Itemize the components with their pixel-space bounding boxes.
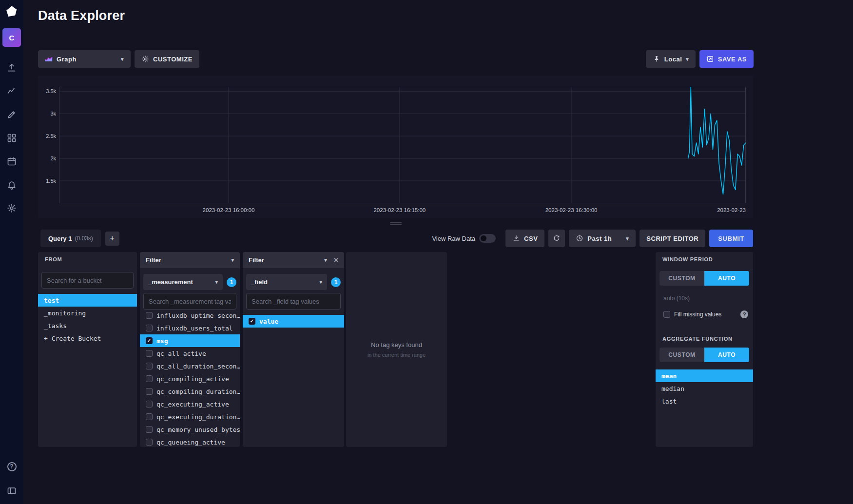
measurement-list-item[interactable]: qc_compiling_duration… [140, 385, 240, 398]
question-icon: ? [7, 462, 17, 471]
field-list-item[interactable]: ✓value [243, 315, 344, 328]
nav-data-explorer[interactable] [6, 87, 17, 97]
csv-button[interactable]: CSV [505, 230, 544, 247]
measurement-list-item[interactable]: qc_all_duration_secon… [140, 360, 240, 372]
refresh-button[interactable] [548, 230, 565, 247]
export-icon [706, 55, 714, 63]
checkbox[interactable] [146, 439, 153, 446]
measurement-list-item-label: influxdb_users_total [156, 325, 233, 332]
nav-notebooks[interactable] [6, 110, 17, 121]
chart-panel: 3.5k3k2.5k2k1.5k 2023-02-23 16:00:002023… [38, 76, 753, 218]
field-key-dropdown[interactable]: _field ▾ [246, 274, 327, 290]
filter-type-dropdown[interactable]: Filter ▾ [140, 252, 240, 268]
help-button[interactable]: ? [6, 461, 17, 472]
bucket-list-item[interactable]: test [38, 294, 137, 307]
chevron-down-icon: ▾ [626, 235, 629, 242]
nav-load-data[interactable] [6, 63, 17, 74]
measurement-list-item[interactable]: qc_memory_unused_bytes [140, 423, 240, 436]
measurement-list-item[interactable]: qc_compiling_active [140, 372, 240, 385]
add-query-button[interactable]: + [105, 232, 119, 246]
checkbox[interactable] [146, 401, 153, 407]
y-axis-tick: 1.5k [38, 178, 56, 184]
custom-tab[interactable]: CUSTOM [659, 271, 704, 286]
measurement-list-item[interactable]: qc_executing_duration… [140, 410, 240, 423]
checkbox[interactable] [146, 388, 153, 395]
checkbox[interactable]: ✓ [249, 318, 255, 325]
nav-dashboards[interactable] [6, 134, 17, 144]
chevron-down-icon: ▾ [231, 257, 234, 263]
time-range-dropdown[interactable]: Past 1h ▾ [569, 230, 636, 247]
time-series-chart[interactable] [59, 87, 746, 203]
measurement-search-input[interactable] [143, 293, 236, 310]
save-as-button[interactable]: SAVE AS [699, 50, 754, 68]
checkbox[interactable] [146, 363, 153, 369]
measurement-list-item-label: influxdb_uptime_secon… [156, 312, 240, 319]
field-search-input[interactable] [246, 293, 341, 310]
customize-button[interactable]: CUSTOMIZE [135, 50, 199, 68]
bucket-search-input[interactable] [41, 272, 134, 289]
local-dropdown[interactable]: Local ▾ [646, 50, 696, 68]
aggregate-function-item[interactable]: median [656, 382, 753, 395]
close-icon[interactable]: × [334, 256, 338, 264]
x-axis-tick: 2023-02-23 16:30:00 [545, 207, 598, 213]
nav-toggle-button[interactable] [6, 486, 17, 497]
checkbox[interactable] [146, 426, 153, 433]
y-axis-tick: 3.5k [38, 88, 56, 94]
bucket-list-item-label: test [44, 297, 59, 304]
help-icon[interactable]: ? [740, 310, 748, 318]
checkbox[interactable] [146, 325, 153, 331]
view-raw-data-toggle[interactable] [479, 234, 496, 243]
measurement-list-item[interactable]: ✓msg [140, 334, 240, 347]
nav-settings[interactable] [6, 204, 17, 214]
view-type-dropdown[interactable]: Graph ▾ [38, 50, 131, 68]
aggregate-function-item[interactable]: mean [656, 369, 753, 382]
influxdb-logo-icon[interactable] [5, 5, 19, 19]
measurement-list-item[interactable]: qc_all_active [140, 347, 240, 360]
filter-label: Filter [249, 256, 264, 264]
measurement-list-item-label: qc_executing_active [156, 401, 229, 408]
resize-handle[interactable] [390, 222, 402, 227]
org-avatar[interactable]: C [2, 28, 21, 47]
x-axis-tick: 2023-02-23 [717, 207, 746, 213]
measurement-list-item[interactable]: influxdb_uptime_secon… [140, 312, 240, 322]
nav-tasks[interactable] [6, 157, 17, 168]
download-icon [512, 234, 520, 242]
checkbox[interactable] [146, 350, 153, 357]
aggregate-function-item[interactable]: last [656, 395, 753, 407]
script-editor-button[interactable]: SCRIPT EDITOR [640, 230, 705, 247]
measurement-list-item-label: qc_compiling_duration… [156, 388, 240, 395]
measurement-list-item-label: qc_executing_duration… [156, 413, 240, 421]
bucket-list-item[interactable]: _tasks [38, 319, 137, 332]
query-tab[interactable]: Query 1 (0.03s) [40, 230, 101, 247]
tag-keys-panel: No tag keys found in the current time ra… [346, 252, 447, 447]
y-axis-tick: 2k [38, 155, 56, 161]
measurement-list-item[interactable]: influxdb_users_total [140, 322, 240, 334]
sidebar: C ? [0, 0, 23, 504]
auto-tab[interactable]: AUTO [704, 348, 749, 362]
y-axis-tick: 3k [38, 111, 56, 116]
fill-missing-checkbox[interactable] [663, 311, 670, 318]
custom-tab[interactable]: CUSTOM [659, 348, 704, 362]
bucket-list-item-label: + Create Bucket [44, 335, 101, 342]
window-period-value: auto (10s) [663, 295, 690, 302]
measurement-key-dropdown[interactable]: _measurement ▾ [143, 274, 223, 290]
measurement-list-item[interactable]: qc_executing_active [140, 398, 240, 410]
checkbox[interactable]: ✓ [146, 337, 153, 344]
checkbox[interactable] [146, 375, 153, 382]
bucket-list-item[interactable]: _monitoring [38, 307, 137, 319]
checkbox[interactable] [146, 413, 153, 420]
checkbox[interactable] [146, 312, 153, 319]
measurement-list-item[interactable]: qc_queueing_active [140, 436, 240, 447]
nav-alerts[interactable] [6, 180, 17, 191]
aggregate-function-list: meanmedianlast [656, 369, 753, 447]
window-period-title: WINDOW PERIOD [662, 256, 713, 262]
bucket-list-item[interactable]: + Create Bucket [38, 332, 137, 345]
empty-state-subtitle: in the current time range [368, 352, 426, 358]
filter-type-dropdown[interactable]: Filter ▾ × [243, 252, 344, 268]
refresh-icon [553, 234, 561, 242]
aggregate-function-item-label: last [661, 398, 677, 405]
bucket-list: test_monitoring_tasks+ Create Bucket [38, 294, 137, 447]
submit-button[interactable]: SUBMIT [709, 230, 753, 247]
gear-icon [7, 203, 17, 215]
auto-tab[interactable]: AUTO [704, 271, 749, 286]
